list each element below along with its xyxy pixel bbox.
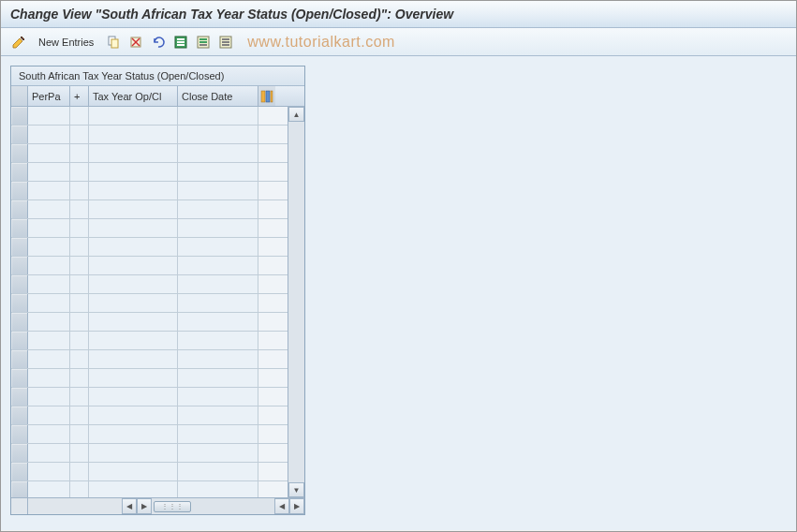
- cell-closedate[interactable]: [178, 463, 258, 480]
- scroll-down-button[interactable]: ▼: [288, 482, 304, 497]
- column-header-perpa[interactable]: PerPa: [28, 86, 70, 106]
- undo-icon[interactable]: [150, 34, 167, 51]
- cell-plus[interactable]: [70, 182, 89, 200]
- scroll-right-button[interactable]: ▶: [137, 498, 152, 514]
- cell-perpa[interactable]: [28, 219, 70, 237]
- cell-taxyear[interactable]: [89, 219, 178, 237]
- cell-taxyear[interactable]: [89, 406, 178, 424]
- cell-plus[interactable]: [70, 463, 89, 480]
- table-config-button[interactable]: [258, 86, 275, 106]
- row-selector-header[interactable]: [11, 86, 28, 106]
- cell-plus[interactable]: [70, 406, 89, 424]
- row-selector[interactable]: [11, 275, 28, 293]
- cell-taxyear[interactable]: [89, 481, 178, 497]
- cell-plus[interactable]: [70, 350, 89, 368]
- cell-perpa[interactable]: [28, 182, 70, 200]
- cell-perpa[interactable]: [28, 425, 70, 443]
- column-header-closedate[interactable]: Close Date: [178, 86, 258, 106]
- row-selector[interactable]: [11, 238, 28, 256]
- cell-closedate[interactable]: [178, 126, 258, 143]
- row-selector[interactable]: [11, 126, 28, 143]
- cell-closedate[interactable]: [178, 294, 258, 312]
- cell-plus[interactable]: [70, 219, 89, 237]
- cell-taxyear[interactable]: [89, 275, 178, 293]
- cell-closedate[interactable]: [178, 425, 258, 443]
- cell-perpa[interactable]: [28, 444, 70, 462]
- cell-taxyear[interactable]: [89, 388, 178, 406]
- scroll-up-button[interactable]: ▲: [288, 107, 304, 122]
- cell-closedate[interactable]: [178, 332, 258, 349]
- cell-closedate[interactable]: [178, 350, 258, 368]
- cell-perpa[interactable]: [28, 107, 70, 125]
- scroll-track-horizontal[interactable]: ⋮⋮⋮: [152, 498, 274, 514]
- row-selector[interactable]: [11, 294, 28, 312]
- cell-perpa[interactable]: [28, 200, 70, 218]
- row-selector[interactable]: [11, 463, 28, 480]
- cell-plus[interactable]: [70, 294, 89, 312]
- cell-plus[interactable]: [70, 481, 89, 497]
- cell-plus[interactable]: [70, 257, 89, 274]
- cell-plus[interactable]: [70, 388, 89, 406]
- row-selector[interactable]: [11, 219, 28, 237]
- cell-perpa[interactable]: [28, 294, 70, 312]
- cell-closedate[interactable]: [178, 200, 258, 218]
- cell-perpa[interactable]: [28, 275, 70, 293]
- change-icon[interactable]: [10, 34, 27, 51]
- vertical-scrollbar[interactable]: ▲ ▼: [288, 107, 304, 497]
- cell-perpa[interactable]: [28, 238, 70, 256]
- cell-closedate[interactable]: [178, 369, 258, 387]
- scroll-left-end-button[interactable]: ◀: [274, 498, 289, 514]
- cell-closedate[interactable]: [178, 275, 258, 293]
- cell-closedate[interactable]: [178, 444, 258, 462]
- cell-taxyear[interactable]: [89, 126, 178, 143]
- cell-taxyear[interactable]: [89, 257, 178, 274]
- cell-taxyear[interactable]: [89, 200, 178, 218]
- cell-plus[interactable]: [70, 107, 89, 125]
- deselect-all-icon[interactable]: [217, 34, 234, 51]
- cell-taxyear[interactable]: [89, 444, 178, 462]
- cell-closedate[interactable]: [178, 388, 258, 406]
- cell-perpa[interactable]: [28, 350, 70, 368]
- cell-plus[interactable]: [70, 332, 89, 349]
- cell-perpa[interactable]: [28, 406, 70, 424]
- cell-perpa[interactable]: [28, 313, 70, 331]
- cell-taxyear[interactable]: [89, 425, 178, 443]
- column-header-plus[interactable]: +: [70, 86, 89, 106]
- cell-closedate[interactable]: [178, 219, 258, 237]
- scroll-thumb-horizontal[interactable]: ⋮⋮⋮: [154, 501, 191, 512]
- cell-plus[interactable]: [70, 163, 89, 181]
- row-selector[interactable]: [11, 406, 28, 424]
- cell-taxyear[interactable]: [89, 332, 178, 349]
- cell-perpa[interactable]: [28, 369, 70, 387]
- cell-plus[interactable]: [70, 275, 89, 293]
- cell-taxyear[interactable]: [89, 463, 178, 480]
- cell-plus[interactable]: [70, 144, 89, 162]
- cell-perpa[interactable]: [28, 257, 70, 274]
- row-selector[interactable]: [11, 332, 28, 349]
- cell-closedate[interactable]: [178, 406, 258, 424]
- cell-closedate[interactable]: [178, 163, 258, 181]
- cell-plus[interactable]: [70, 200, 89, 218]
- delete-icon[interactable]: [127, 34, 144, 51]
- new-entries-button[interactable]: New Entries: [33, 35, 99, 50]
- cell-plus[interactable]: [70, 126, 89, 143]
- scroll-left-button[interactable]: ◀: [122, 498, 137, 514]
- scroll-track-vertical[interactable]: [288, 122, 304, 482]
- cell-perpa[interactable]: [28, 332, 70, 349]
- copy-icon[interactable]: [105, 34, 122, 51]
- row-selector[interactable]: [11, 144, 28, 162]
- row-selector[interactable]: [11, 107, 28, 125]
- row-selector[interactable]: [11, 369, 28, 387]
- cell-taxyear[interactable]: [89, 313, 178, 331]
- cell-taxyear[interactable]: [89, 182, 178, 200]
- row-selector[interactable]: [11, 200, 28, 218]
- cell-perpa[interactable]: [28, 463, 70, 480]
- cell-plus[interactable]: [70, 444, 89, 462]
- row-selector[interactable]: [11, 257, 28, 274]
- row-selector[interactable]: [11, 163, 28, 181]
- cell-closedate[interactable]: [178, 238, 258, 256]
- cell-taxyear[interactable]: [89, 144, 178, 162]
- row-selector[interactable]: [11, 182, 28, 200]
- cell-closedate[interactable]: [178, 481, 258, 497]
- cell-closedate[interactable]: [178, 144, 258, 162]
